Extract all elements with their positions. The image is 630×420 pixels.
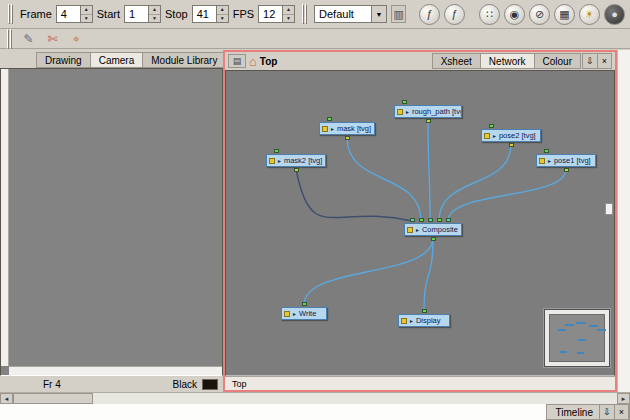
node-thumbnail[interactable] — [401, 318, 407, 324]
node-expand-icon[interactable]: ► — [292, 311, 297, 317]
stop-spin-up-icon[interactable]: ▲ — [217, 6, 228, 15]
frame-spinner[interactable]: 4 ▲▼ — [56, 5, 93, 23]
camera-mask-button[interactable]: ◉ — [504, 4, 525, 25]
wire-pose2-to-composite[interactable] — [439, 144, 511, 221]
close-view-icon[interactable]: × — [597, 54, 611, 68]
light-table-button[interactable]: ☀ — [579, 4, 600, 25]
camera-horizontal-scrollbar[interactable] — [9, 366, 222, 375]
frame-value[interactable]: 4 — [56, 5, 80, 23]
start-spinner[interactable]: 1 ▲▼ — [124, 5, 161, 23]
close-view-icon[interactable]: × — [614, 405, 628, 419]
network-vertical-scroll-thumb[interactable] — [605, 203, 613, 215]
node-expand-icon[interactable]: ► — [409, 318, 414, 324]
node-port[interactable] — [426, 119, 431, 123]
tab-module-library[interactable]: Module Library — [142, 52, 226, 68]
overflow-button[interactable]: ● — [604, 4, 625, 25]
display-toggle-button[interactable]: ▥ — [391, 5, 407, 23]
node-port[interactable] — [564, 168, 569, 172]
scroll-right-icon[interactable]: ► — [617, 393, 630, 404]
create-function-button[interactable]: ƒ — [444, 4, 465, 25]
network-canvas[interactable]: ►rough_path [tvg]►mask [tvg]►pose2 [tvg]… — [225, 70, 615, 376]
preset-dropdown[interactable]: Default ▼ — [314, 5, 387, 23]
node-thumbnail[interactable] — [269, 158, 275, 164]
node-port[interactable] — [274, 149, 279, 153]
scrollbar-thumb[interactable] — [13, 393, 93, 404]
fps-spinner[interactable]: 12 ▲▼ — [258, 5, 295, 23]
node-thumbnail[interactable] — [284, 311, 290, 317]
pencil-tool-button[interactable]: ✎ — [18, 31, 39, 48]
node-mask2[interactable]: ►mask2 [tvg] — [266, 154, 326, 167]
show-grid-button[interactable]: ∷ — [479, 4, 500, 25]
node-pose1[interactable]: ►pose1 [tvg] — [536, 154, 596, 167]
view-menu-button[interactable]: ▤ — [228, 54, 246, 68]
wire-mask-to-composite[interactable] — [347, 137, 421, 221]
home-icon[interactable]: ⌂ — [249, 55, 257, 68]
node-port[interactable] — [410, 218, 415, 222]
node-port[interactable] — [431, 237, 436, 241]
node-port[interactable] — [428, 218, 433, 222]
node-port[interactable] — [302, 302, 307, 306]
network-breadcrumb[interactable]: Top — [260, 56, 278, 67]
tab-camera[interactable]: Camera — [90, 52, 144, 68]
node-thumbnail[interactable] — [407, 227, 413, 233]
node-port[interactable] — [489, 124, 494, 128]
node-thumbnail[interactable] — [397, 109, 403, 115]
reposition-tool-button[interactable]: ⌖ — [66, 31, 87, 48]
collapse-view-icon[interactable]: ⇩ — [600, 405, 614, 419]
wire-rough_path-to-composite[interactable] — [428, 120, 430, 221]
preset-dropdown-arrow-icon[interactable]: ▼ — [371, 6, 386, 22]
node-port[interactable] — [327, 117, 332, 121]
node-pose2[interactable]: ►pose2 [tvg] — [481, 129, 541, 142]
timeline-tab[interactable]: Timeline ⇩ × — [546, 404, 630, 420]
node-port[interactable] — [294, 168, 299, 172]
stop-value[interactable]: 41 — [192, 5, 216, 23]
node-thumbnail[interactable] — [322, 126, 328, 132]
node-expand-icon[interactable]: ► — [405, 109, 410, 115]
wire-composite-to-write[interactable] — [304, 238, 433, 305]
tab-network[interactable]: Network — [480, 53, 535, 69]
frame-spin-up-icon[interactable]: ▲ — [81, 6, 92, 15]
collapse-view-icon[interactable]: ⇩ — [583, 54, 597, 68]
node-port[interactable] — [419, 218, 424, 222]
window-horizontal-scrollbar[interactable]: ◄ ► — [0, 392, 630, 404]
tab-drawing[interactable]: Drawing — [36, 52, 91, 68]
toolbar-grip[interactable] — [302, 4, 307, 24]
node-port[interactable] — [345, 136, 350, 140]
node-expand-icon[interactable]: ► — [330, 126, 335, 132]
toolbar-grip[interactable] — [7, 29, 12, 49]
wire-mask2-to-composite[interactable] — [296, 169, 412, 221]
node-rough_path[interactable]: ►rough_path [tvg] — [394, 105, 462, 118]
node-thumbnail[interactable] — [484, 133, 490, 139]
node-expand-icon[interactable]: ► — [492, 133, 497, 139]
cutter-tool-button[interactable]: ✄ — [42, 31, 63, 48]
start-spin-down-icon[interactable]: ▼ — [149, 15, 160, 23]
toolbar-grip[interactable] — [8, 4, 13, 24]
stop-spin-down-icon[interactable]: ▼ — [217, 15, 228, 23]
camera-vertical-scrollbar[interactable] — [1, 69, 9, 366]
frame-spin-down-icon[interactable]: ▼ — [81, 15, 92, 23]
scroll-left-icon[interactable]: ◄ — [0, 393, 13, 404]
network-navigator[interactable] — [544, 309, 610, 367]
node-thumbnail[interactable] — [539, 158, 545, 164]
current-colour-swatch[interactable] — [202, 379, 218, 390]
function-editor-button[interactable]: ƒ — [419, 4, 440, 25]
scrollbar-track[interactable] — [93, 393, 617, 404]
network-navigator-map[interactable] — [549, 314, 605, 362]
stop-spinner[interactable]: 41 ▲▼ — [192, 5, 229, 23]
node-port[interactable] — [509, 143, 514, 147]
fps-spin-down-icon[interactable]: ▼ — [283, 15, 294, 23]
fps-value[interactable]: 12 — [258, 5, 282, 23]
node-port[interactable] — [402, 100, 407, 104]
node-port[interactable] — [437, 218, 442, 222]
start-spin-up-icon[interactable]: ▲ — [149, 6, 160, 15]
node-port[interactable] — [544, 149, 549, 153]
disable-button[interactable]: ⊘ — [529, 4, 550, 25]
node-expand-icon[interactable]: ► — [277, 158, 282, 164]
tab-xsheet[interactable]: Xsheet — [432, 53, 481, 69]
wire-pose1-to-composite[interactable] — [448, 169, 566, 221]
fps-spin-up-icon[interactable]: ▲ — [283, 6, 294, 15]
node-port[interactable] — [446, 218, 451, 222]
tab-colour[interactable]: Colour — [534, 53, 581, 69]
checker-button[interactable]: ▦ — [554, 4, 575, 25]
node-mask[interactable]: ►mask [tvg] — [319, 122, 375, 135]
